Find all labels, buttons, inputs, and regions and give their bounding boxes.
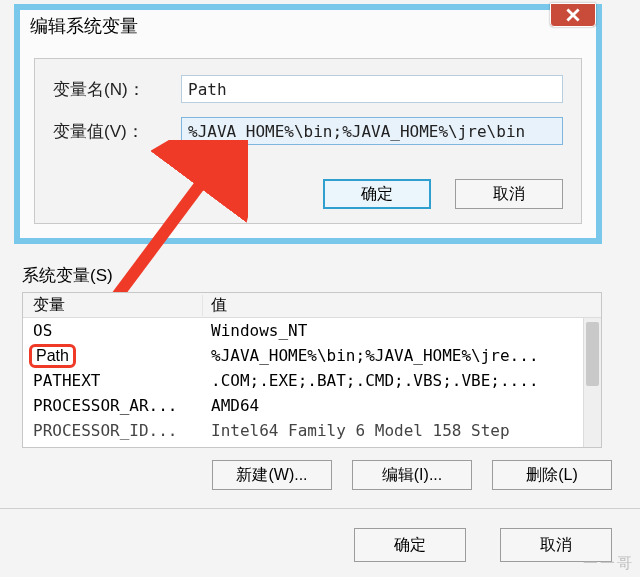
scrollbar[interactable] [583, 318, 601, 447]
var-name-input[interactable] [181, 75, 563, 103]
close-icon [566, 8, 580, 22]
path-highlight: Path [29, 344, 76, 368]
main-ok-button[interactable]: 确定 [354, 528, 466, 562]
var-name-label: 变量名(N)： [53, 78, 181, 101]
list-row[interactable]: PROCESSOR_ID... Intel64 Family 6 Model 1… [23, 418, 601, 442]
dialog-title: 编辑系统变量 [30, 14, 138, 38]
list-row[interactable]: Path %JAVA_HOME%\bin;%JAVA_HOME%\jre... [23, 343, 601, 368]
cancel-button[interactable]: 取消 [455, 179, 563, 209]
list-header: 变量 值 [23, 293, 601, 318]
col-value[interactable]: 值 [203, 295, 601, 316]
list-row[interactable]: PATHEXT .COM;.EXE;.BAT;.CMD;.VBS;.VBE;..… [23, 368, 601, 393]
divider [0, 508, 640, 509]
var-value-input[interactable] [181, 117, 563, 145]
list-row[interactable]: OS Windows_NT [23, 318, 601, 343]
col-variable[interactable]: 变量 [23, 295, 203, 316]
list-row[interactable]: PROCESSOR_AR... AMD64 [23, 393, 601, 418]
sysvars-section-label: 系统变量(S) [22, 264, 113, 287]
watermark: 一一哥 [583, 554, 634, 573]
sysvars-list[interactable]: 变量 值 OS Windows_NT Path %JAVA_HOME%\bin;… [22, 292, 602, 448]
ok-button[interactable]: 确定 [323, 179, 431, 209]
new-button[interactable]: 新建(W)... [212, 460, 332, 490]
edit-variable-dialog: 编辑系统变量 变量名(N)： 变量值(V)： 确定 取消 [14, 4, 602, 244]
delete-button[interactable]: 删除(L) [492, 460, 612, 490]
scrollbar-thumb[interactable] [586, 322, 599, 386]
close-button[interactable] [550, 3, 596, 27]
edit-button[interactable]: 编辑(I)... [352, 460, 472, 490]
var-value-label: 变量值(V)： [53, 120, 181, 143]
